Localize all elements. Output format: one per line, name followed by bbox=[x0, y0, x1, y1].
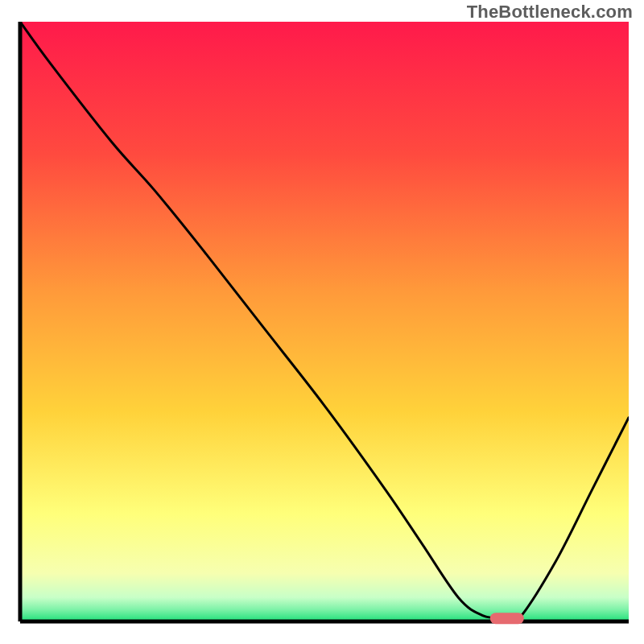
watermark-text: TheBottleneck.com bbox=[467, 2, 633, 23]
chart-svg bbox=[0, 0, 644, 644]
gradient-background bbox=[20, 22, 629, 621]
optimal-marker bbox=[490, 613, 524, 624]
chart-canvas: TheBottleneck.com bbox=[0, 0, 644, 644]
